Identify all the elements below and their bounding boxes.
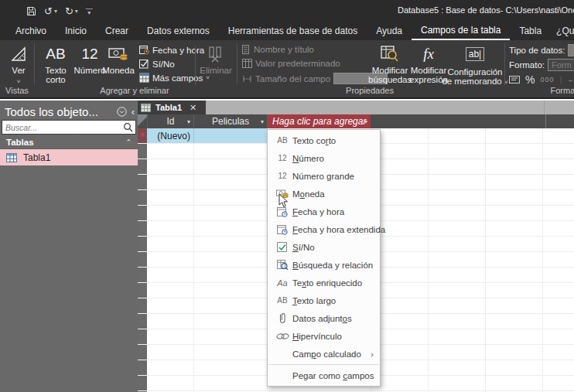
- menu-item-label: Número: [292, 154, 324, 163]
- add-column-header[interactable]: Haga clic para agregar ▾: [267, 114, 371, 128]
- view-button[interactable]: Ver ˅: [5, 43, 32, 87]
- name-caption-button: Nombre y título: [242, 45, 314, 54]
- tell-me-label: ¿Qué desea: [556, 26, 574, 36]
- redo-button[interactable]: ↻▾: [65, 5, 78, 17]
- new-record-cell[interactable]: (Nuevo): [147, 128, 190, 143]
- memo-settings-button[interactable]: ab| Configuración de memorando ˅: [447, 43, 503, 87]
- record-selector-column[interactable]: [138, 128, 147, 392]
- ribbon-tab-campos-de-la-tabla[interactable]: Campos de la tabla: [412, 22, 510, 40]
- short-text-button[interactable]: AB Texto corto: [39, 43, 73, 84]
- menu-item-texto-corto[interactable]: ABTexto corto: [268, 131, 380, 149]
- increase-decimals-icon[interactable]: ←.0: [567, 76, 574, 84]
- group-label-propiedades: Propiedades: [237, 86, 503, 95]
- menu-item-campo-calculado[interactable]: Campo calculado›: [268, 345, 380, 363]
- data-type-row: Tipo de datos:: [509, 44, 574, 56]
- ribbon: Ver ˅ Vistas AB Texto corto 12 Número Mo…: [0, 40, 574, 99]
- modify-lookups-icon: [381, 43, 399, 66]
- menu-item-hipervínculo[interactable]: Hipervínculo: [268, 327, 380, 345]
- ribbon-tab-tabla[interactable]: Tabla: [510, 22, 551, 40]
- nav-item-tabla1[interactable]: Tabla1: [0, 149, 138, 165]
- menu-item-label: Búsqueda y relación: [292, 261, 373, 270]
- ribbon-tab-archivo[interactable]: Archivo: [6, 22, 56, 40]
- nav-pane-title[interactable]: Todos los objeto... ‹: [5, 103, 135, 120]
- save-icon[interactable]: [26, 6, 36, 16]
- currency-format-icon[interactable]: [509, 75, 520, 84]
- format-buttons-row: % 000 | ←.0: [509, 73, 574, 86]
- data-type-dropdown[interactable]: [568, 44, 574, 56]
- hyperlink-icon: [272, 332, 292, 340]
- document-tab-tabla1[interactable]: Tabla1 ✕: [138, 101, 206, 114]
- menu-item-label: Sí/No: [292, 243, 315, 252]
- nav-pane-title-label: Todos los objeto...: [5, 105, 98, 118]
- default-value-icon: [242, 59, 252, 68]
- shutter-close-icon[interactable]: ‹: [132, 106, 135, 118]
- thousands-separator-icon[interactable]: 000: [540, 76, 554, 84]
- menu-item-número-grande[interactable]: 12Número grande: [268, 167, 380, 185]
- customize-quick-access-icon[interactable]: —▾: [86, 7, 93, 15]
- format-label: Formato:: [509, 60, 545, 70]
- tell-me-search[interactable]: ¿Qué desea: [551, 22, 574, 40]
- view-label: Ver: [12, 66, 25, 75]
- new-record-selector[interactable]: *: [138, 128, 147, 143]
- ribbon-tab-crear[interactable]: Crear: [96, 22, 138, 40]
- currency-button[interactable]: Moneda: [101, 43, 135, 75]
- long-text-icon: AB: [272, 296, 292, 305]
- memo-settings-label: Configuración de memorando ˅: [442, 67, 508, 87]
- menu-item-número[interactable]: 12Número: [268, 149, 380, 167]
- navigation-pane: Todos los objeto... ‹ Buscar... Tablas ⌃…: [0, 101, 138, 392]
- menu-item-texto-enriquecido[interactable]: AaTexto enriquecido: [268, 274, 380, 291]
- percent-icon[interactable]: %: [525, 73, 535, 86]
- search-icon[interactable]: [123, 122, 133, 132]
- menu-item-label: Campo calculado: [292, 349, 361, 359]
- datetime-extended-icon: [272, 224, 292, 235]
- menu-item-pegar-como-campos[interactable]: Pegar como campos: [268, 366, 380, 384]
- submenu-arrow-icon: ›: [371, 349, 374, 359]
- short-text-icon: AB: [272, 136, 292, 145]
- field-size-icon: [242, 75, 252, 83]
- ribbon-tab-datos-externos[interactable]: Datos externos: [138, 22, 219, 40]
- yesno-icon: [272, 242, 292, 253]
- field-size-button: Tamaño del campo: [242, 73, 388, 84]
- ribbon-tab-herramientas-de-base-de-datos[interactable]: Herramientas de base de datos: [219, 22, 367, 40]
- menu-item-label: Texto corto: [292, 136, 336, 145]
- menu-item-texto-largo[interactable]: ABTexto largo: [268, 291, 380, 309]
- field-size-label: Tamaño del campo: [255, 74, 330, 84]
- menu-item-búsqueda-y-relación[interactable]: Búsqueda y relación: [268, 256, 380, 274]
- mouse-cursor: [278, 193, 289, 208]
- format-dropdown: Form: [548, 59, 574, 71]
- collapse-group-icon[interactable]: ⌃: [125, 138, 132, 146]
- menu-item-datos-adjuntos[interactable]: Datos adjuntos: [268, 309, 380, 327]
- default-value-button: Valor predeterminado: [242, 59, 340, 68]
- nav-menu-icon[interactable]: [117, 107, 127, 117]
- column-dropdown-icon[interactable]: ▾: [364, 118, 367, 125]
- nav-search-placeholder: Buscar...: [2, 123, 123, 132]
- column-dropdown-icon[interactable]: ▾: [187, 118, 190, 125]
- yes-no-icon: [139, 59, 149, 69]
- document-tab-strip: Tabla1 ✕: [138, 101, 574, 114]
- menu-item-label: Pegar como campos: [292, 371, 374, 380]
- chevron-down-icon: ˅: [206, 74, 210, 81]
- title-bar: ↺▾ ↻▾ —▾ Database5 : Base de datos- C:\U…: [0, 0, 574, 22]
- ribbon-tab-inicio[interactable]: Inicio: [56, 22, 96, 40]
- more-fields-icon: [139, 73, 149, 83]
- yes-no-button[interactable]: Sí/No: [139, 59, 175, 69]
- nav-search-box[interactable]: Buscar...: [2, 120, 136, 135]
- menu-item-sí-no[interactable]: Sí/No: [268, 238, 380, 256]
- select-all-corner[interactable]: [138, 114, 147, 128]
- large-number-icon: 12: [272, 172, 292, 180]
- column-header-id[interactable]: Id ▾: [147, 114, 193, 128]
- column-dropdown-icon[interactable]: ▾: [261, 118, 264, 125]
- new-record-row[interactable]: (Nuevo): [147, 128, 267, 143]
- undo-button[interactable]: ↺▾: [44, 5, 57, 17]
- menu-item-fecha-y-hora-extendida[interactable]: Fecha y hora extendida: [268, 220, 380, 238]
- nav-group-tablas[interactable]: Tablas ⌃: [0, 135, 138, 149]
- document-tab-label: Tabla1: [155, 103, 182, 112]
- delete-button[interactable]: Eliminar: [198, 43, 234, 75]
- column-header-label: Id: [166, 116, 174, 127]
- add-column-label: Haga clic para agregar: [272, 116, 366, 127]
- design-view-icon: [9, 43, 28, 66]
- modify-lookups-button[interactable]: Modificar búsquedas: [370, 43, 410, 84]
- column-header-peliculas[interactable]: Peliculas ▾: [193, 114, 267, 128]
- ribbon-tab-ayuda[interactable]: Ayuda: [367, 22, 412, 40]
- close-tab-icon[interactable]: ✕: [190, 103, 196, 113]
